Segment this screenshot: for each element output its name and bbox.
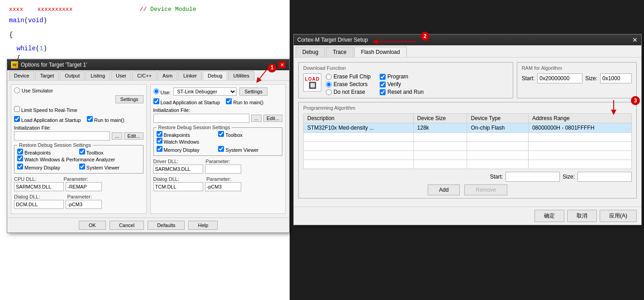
ram-title: RAM for Algorithm — [522, 65, 632, 71]
run-to-main-cb-right[interactable] — [226, 98, 232, 104]
toolbox-cb-right[interactable] — [218, 131, 224, 137]
prog-bottom-row: Start: Size: — [303, 172, 632, 182]
prog-size-input[interactable] — [577, 172, 632, 182]
use-simulator-label: Use Simulator — [22, 88, 53, 93]
remove-btn[interactable]: Remove — [464, 184, 507, 195]
run-to-main-cb-left[interactable] — [87, 116, 93, 122]
cpu-param-input[interactable] — [66, 182, 102, 191]
prog-start-input[interactable] — [506, 172, 560, 182]
load-app-cb-left[interactable] — [14, 116, 20, 122]
load-app-cb-right[interactable] — [153, 98, 159, 104]
cortex-close-btn[interactable]: ✕ — [632, 36, 638, 44]
ram-start-label: Start: — [522, 75, 535, 82]
tab-linker[interactable]: Linker — [178, 71, 202, 80]
use-radio[interactable] — [153, 88, 159, 94]
ok-btn[interactable]: OK — [79, 221, 106, 230]
options-tabs-bar: Device Target Output Listing User C/C++ … — [7, 70, 289, 81]
tab-output[interactable]: Output — [60, 71, 85, 80]
tab-utilities[interactable]: Utilities — [228, 71, 254, 80]
settings-btn-right[interactable]: Settings — [239, 87, 267, 96]
dialog-param-input-right[interactable] — [205, 182, 241, 191]
row-device-size: 128k — [413, 123, 467, 133]
watch-windows-cb-right[interactable] — [157, 138, 162, 144]
settings-btn-left[interactable]: Settings — [115, 95, 143, 103]
tab-device[interactable]: Device — [9, 71, 34, 80]
table-row-empty-1 — [304, 133, 632, 142]
options-left-panel: Use Simulator Settings Limit Speed to Re… — [11, 84, 147, 214]
col-header-description: Description — [304, 114, 414, 123]
options-right-panel: Use: ST-Link Debugger Settings Load Appl… — [150, 84, 286, 214]
program-cb[interactable] — [380, 74, 386, 80]
memory-display-cb-left[interactable] — [17, 164, 23, 169]
cortex-tabs-bar: Debug Trace Flash Download — [294, 45, 641, 58]
cortex-tab-debug[interactable]: Debug — [296, 47, 325, 57]
system-viewer-cb-right[interactable] — [218, 146, 224, 152]
table-row[interactable]: STM32F10x Med-density ... 128k On-chip F… — [304, 123, 632, 133]
dialog-dll-row-left: Dialog DLL: Parameter: — [14, 194, 143, 209]
breakpoints-cb-left[interactable] — [17, 149, 23, 155]
dialog-param-input-left[interactable] — [66, 200, 102, 209]
dialog-dll-input-right[interactable] — [153, 182, 203, 191]
row-device-type: On-chip Flash — [467, 123, 528, 133]
toolbox-cb-left[interactable] — [79, 149, 85, 155]
use-simulator-radio[interactable] — [14, 87, 20, 93]
edit-btn-left[interactable]: Edit... — [124, 132, 143, 140]
tab-cpp[interactable]: C/C++ — [132, 71, 157, 80]
annotation-1: 1 — [267, 63, 277, 73]
verify-cb[interactable] — [380, 82, 386, 87]
driver-param-input[interactable] — [205, 165, 241, 174]
confirm-btn[interactable]: 确定 — [534, 210, 564, 222]
cpu-dll-row: CPU DLL: Parameter: — [14, 176, 143, 191]
ram-start-input[interactable] — [537, 73, 582, 83]
add-btn[interactable]: Add — [428, 184, 460, 195]
row-description: STM32F10x Med-density ... — [304, 123, 414, 133]
init-file-input-right[interactable] — [153, 114, 249, 123]
init-file-label-right: Initialization File: — [153, 107, 283, 113]
col-header-address-range: Address Range — [528, 114, 631, 123]
dialog-dll-input-left[interactable] — [14, 200, 64, 209]
table-row-empty-2 — [304, 142, 632, 151]
driver-dll-input[interactable] — [153, 165, 203, 174]
init-file-label-left: Initialization File: — [14, 125, 143, 131]
check-options: Program Verify Reset and Run — [380, 73, 424, 95]
cpu-dll-input[interactable] — [14, 182, 64, 191]
defaults-btn[interactable]: Defaults — [148, 221, 185, 230]
erase-options: Erase Full Chip Erase Sectors Do not Era… — [326, 73, 371, 95]
cortex-cancel-btn[interactable]: 取消 — [567, 210, 597, 222]
options-close-btn[interactable]: ✕ — [278, 61, 286, 68]
row-address-range: 08000000H - 0801FFFFH — [528, 123, 631, 133]
ram-size-label: Size: — [585, 75, 597, 82]
table-row-empty-3 — [304, 151, 632, 160]
apply-btn[interactable]: 应用(A) — [600, 210, 637, 222]
system-viewer-cb-left[interactable] — [79, 164, 85, 169]
do-not-erase-radio[interactable] — [326, 89, 332, 95]
col-header-device-type: Device Type — [467, 114, 528, 123]
tab-debug[interactable]: Debug — [203, 71, 227, 80]
cancel-btn[interactable]: Cancel — [110, 221, 144, 230]
init-file-input-left[interactable] — [14, 131, 110, 140]
watch-windows-cb-left[interactable] — [17, 155, 23, 161]
tab-user[interactable]: User — [111, 71, 131, 80]
ram-size-input[interactable] — [600, 73, 632, 83]
memory-display-cb-right[interactable] — [157, 146, 162, 152]
tab-target[interactable]: Target — [35, 71, 59, 80]
cortex-title: Cortex-M Target Driver Setup — [297, 37, 368, 43]
options-footer: OK Cancel Defaults Help — [7, 218, 289, 232]
tab-listing[interactable]: Listing — [86, 71, 110, 80]
erase-full-chip-radio[interactable] — [326, 74, 332, 80]
breakpoints-cb-right[interactable] — [157, 131, 162, 137]
tab-asm[interactable]: Asm — [157, 71, 177, 80]
edit-btn-right[interactable]: Edit... — [263, 115, 282, 122]
cortex-footer: 确定 取消 应用(A) — [294, 207, 641, 225]
reset-run-cb[interactable] — [380, 89, 386, 95]
erase-sectors-radio[interactable] — [326, 82, 332, 87]
debugger-select[interactable]: ST-Link Debugger — [173, 87, 237, 96]
cortex-tab-flash-download[interactable]: Flash Download — [354, 47, 407, 57]
browse-btn-right[interactable]: ... — [251, 115, 262, 122]
cortex-tab-trace[interactable]: Trace — [326, 47, 353, 57]
browse-btn-left[interactable]: ... — [112, 132, 122, 140]
limit-speed-cb[interactable] — [14, 106, 20, 112]
ram-algorithm-box: RAM for Algorithm Start: Size: — [517, 62, 637, 98]
help-btn[interactable]: Help — [188, 221, 218, 230]
options-body: Use Simulator Settings Limit Speed to Re… — [7, 81, 289, 218]
